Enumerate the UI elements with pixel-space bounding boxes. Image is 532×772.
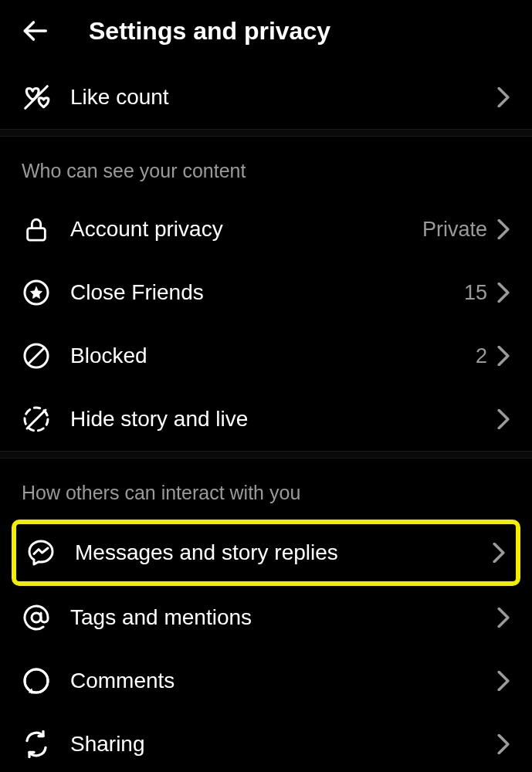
item-value: 2 (476, 344, 487, 368)
list-item-close-friends[interactable]: Close Friends 15 (0, 261, 532, 324)
chevron-right-icon (496, 408, 510, 430)
messenger-icon (26, 538, 56, 567)
section-divider (0, 129, 532, 137)
section-header-interact: How others can interact with you (0, 459, 532, 520)
svg-point-9 (32, 613, 41, 622)
svg-line-6 (29, 348, 45, 364)
back-button[interactable] (19, 15, 50, 46)
chevron-right-icon (496, 218, 510, 240)
chevron-right-icon (496, 670, 510, 692)
item-label: Messages and story replies (75, 540, 492, 565)
header: Settings and privacy (0, 0, 532, 66)
list-item-tags-mentions[interactable]: Tags and mentions (0, 586, 532, 649)
item-value: 15 (464, 281, 487, 305)
item-label: Sharing (70, 732, 496, 757)
item-label: Account privacy (70, 217, 422, 242)
section-header-who-can-see: Who can see your content (0, 137, 532, 198)
list-item-hide-story[interactable]: Hide story and live (0, 388, 532, 451)
page-title: Settings and privacy (89, 17, 330, 46)
item-value: Private (422, 218, 487, 242)
chevron-right-icon (496, 86, 510, 108)
item-label: Comments (70, 669, 496, 693)
item-label: Hide story and live (70, 407, 496, 432)
chevron-right-icon (496, 345, 510, 367)
star-circle-icon (22, 278, 51, 307)
svg-marker-4 (31, 287, 42, 299)
item-label: Close Friends (70, 280, 464, 305)
svg-rect-2 (28, 229, 46, 241)
svg-line-8 (27, 410, 46, 428)
chevron-right-icon (496, 282, 510, 303)
hearts-crossed-icon (22, 83, 51, 112)
blocked-icon (22, 341, 51, 371)
chevron-right-icon (496, 607, 510, 628)
comment-icon (22, 666, 51, 696)
list-item-like-count[interactable]: Like count (0, 66, 532, 129)
item-label: Blocked (70, 344, 476, 368)
item-label: Like count (70, 85, 496, 110)
item-label: Tags and mentions (70, 605, 496, 630)
arrow-left-icon (20, 16, 49, 46)
chevron-right-icon (492, 542, 506, 564)
lock-icon (22, 215, 51, 244)
at-icon (22, 603, 51, 632)
list-item-comments[interactable]: Comments (0, 649, 532, 713)
chevron-right-icon (496, 733, 510, 755)
list-item-blocked[interactable]: Blocked 2 (0, 324, 532, 388)
svg-point-10 (25, 669, 48, 692)
dashed-circle-crossed-icon (22, 405, 51, 434)
list-item-sharing[interactable]: Sharing (0, 713, 532, 772)
section-divider (0, 451, 532, 459)
list-item-account-privacy[interactable]: Account privacy Private (0, 198, 532, 261)
sharing-arrows-icon (22, 730, 51, 759)
list-item-messages-story-replies[interactable]: Messages and story replies (12, 520, 520, 586)
